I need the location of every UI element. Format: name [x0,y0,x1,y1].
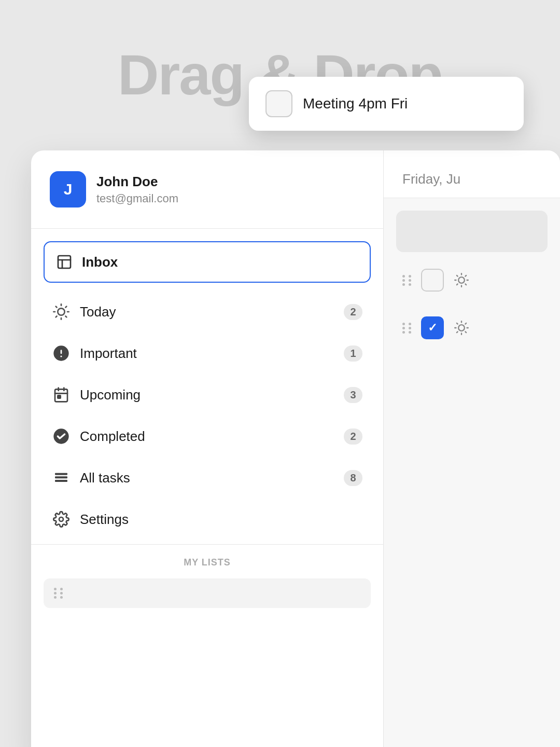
user-info: John Doe test@gmail.com [96,174,178,205]
inbox-icon [55,253,74,271]
svg-rect-13 [55,389,67,402]
divider [31,544,383,545]
svg-rect-0 [58,256,71,268]
drag-handle-icon[interactable] [54,588,64,599]
svg-rect-21 [55,480,67,482]
svg-line-9 [65,307,66,308]
user-profile: J John Doe test@gmail.com [31,150,383,229]
avatar: J [50,171,86,208]
main-content [384,198,560,747]
sidebar-item-completed[interactable]: Completed 2 [44,416,371,457]
svg-line-4 [56,307,57,308]
svg-point-22 [59,517,63,521]
inbox-label: Inbox [82,254,118,270]
svg-point-1 [58,308,64,315]
sidebar-item-upcoming[interactable]: Upcoming 3 [44,374,371,416]
svg-rect-17 [58,395,60,398]
svg-rect-11 [61,350,62,354]
svg-rect-19 [55,473,67,475]
floating-task-checkbox[interactable] [265,90,292,117]
sidebar-item-upcoming-label: Upcoming [80,387,334,403]
task-row [396,260,548,300]
main-header: Friday, Ju [384,150,560,198]
sidebar-item-all-tasks-label: All tasks [80,470,334,486]
calendar-icon [52,385,71,404]
svg-line-26 [457,275,458,276]
sidebar-item-important-badge: 1 [344,345,362,362]
sidebar-item-today-badge: 2 [344,304,362,320]
svg-rect-20 [55,476,67,478]
sidebar-item-all-tasks-badge: 8 [344,470,362,486]
floating-task-text: Meeting 4pm Fri [303,95,408,112]
sidebar-item-all-tasks[interactable]: All tasks 8 [44,457,371,499]
check-circle-icon [52,427,71,446]
svg-point-12 [60,355,62,357]
sidebar-item-today-label: Today [80,304,334,320]
task-checkbox-unchecked[interactable] [421,269,444,292]
svg-line-5 [65,316,66,317]
sidebar-item-completed-badge: 2 [344,428,362,445]
task-date: Friday, Ju [402,171,541,187]
app-container: J John Doe test@gmail.com Inbox [31,150,560,747]
sidebar-item-completed-label: Completed [80,428,334,445]
sidebar-item-important[interactable]: Important 1 [44,333,371,374]
sidebar-item-inbox[interactable]: Inbox [44,241,371,283]
sidebar-item-upcoming-badge: 3 [344,387,362,403]
alert-icon [52,344,71,363]
main-panel: Friday, Ju [384,150,560,747]
gear-icon [52,510,71,529]
my-lists-section: MY LISTS [31,549,383,572]
drag-handle-icon[interactable] [402,275,413,286]
settings-label: Settings [80,511,129,528]
sidebar-item-settings[interactable]: Settings [31,499,383,540]
my-lists-label: MY LISTS [52,557,362,568]
user-name: John Doe [96,174,178,190]
nav-list: Today 2 Important 1 [31,291,383,499]
layers-icon [52,468,71,487]
nav-section: Inbox [31,229,383,287]
sidebar-item-important-label: Important [80,345,334,362]
floating-drag-card[interactable]: Meeting 4pm Fri [249,77,524,131]
user-email: test@gmail.com [96,192,178,205]
svg-line-40 [465,323,466,324]
task-checkbox-checked[interactable] [421,316,444,339]
svg-line-36 [465,331,466,333]
svg-line-39 [457,331,458,333]
task-priority-sun-icon-2 [452,319,471,337]
svg-line-30 [457,284,458,285]
drag-handle-icon[interactable] [402,323,413,334]
sidebar-item-today[interactable]: Today 2 [44,291,371,333]
svg-line-8 [56,316,57,317]
task-drop-placeholder [396,211,548,252]
list-item-preview[interactable] [44,578,371,608]
svg-point-23 [458,277,465,283]
svg-point-32 [458,325,465,331]
sun-icon [52,302,71,321]
task-priority-sun-icon [452,271,471,289]
svg-line-31 [465,275,466,276]
task-row [396,308,548,348]
svg-line-35 [457,323,458,324]
svg-line-27 [465,284,466,285]
sidebar: J John Doe test@gmail.com Inbox [31,150,384,747]
